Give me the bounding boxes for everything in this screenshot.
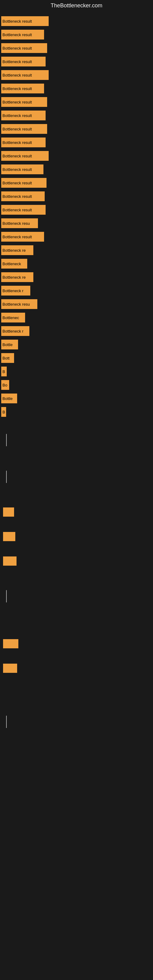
bar-label-9: Bottleneck result (2, 127, 32, 131)
result-bar-6: Bottleneck result (1, 84, 44, 94)
result-bar-10: Bottleneck result (1, 137, 46, 147)
bar-label-10: Bottleneck result (2, 140, 32, 145)
bar-row: Bottleneck result (0, 189, 153, 203)
bar-row: Bottleneck r (0, 324, 153, 338)
bar-row: Bottleneck re (0, 270, 153, 284)
bar-row: B (0, 365, 153, 378)
bar-label-26: Bott (2, 356, 10, 360)
site-title: TheBottlenecker.com (0, 0, 153, 11)
bar-row: Bottleneck result (0, 82, 153, 95)
cursor-line-2 (6, 471, 7, 483)
bar-row: Bottle (0, 392, 153, 405)
bar-label-4: Bottleneck result (2, 59, 32, 64)
result-bar-5: Bottleneck result (1, 70, 49, 80)
result-bar-27: B (1, 367, 7, 376)
result-bar-25: Bottle (1, 340, 18, 350)
result-bar-11: Bottleneck result (1, 151, 49, 161)
result-bar-3: Bottleneck result (1, 43, 47, 53)
small-bar-1 (3, 508, 14, 517)
bars-container: Bottleneck resultBottleneck resultBottle… (0, 11, 153, 422)
bar-row: Bottleneck result (0, 68, 153, 82)
bar-label-6: Bottleneck result (2, 86, 32, 91)
bar-label-11: Bottleneck result (2, 154, 32, 158)
bar-row: Bottleneck r (0, 284, 153, 298)
bar-label-20: Bottleneck re (2, 275, 26, 280)
cursor-line-3 (6, 590, 7, 602)
bar-row: Bottleneck result (0, 162, 153, 176)
bar-row: Bottleneck result (0, 122, 153, 136)
bar-row: Bottlenec (0, 311, 153, 324)
bar-label-17: Bottleneck result (2, 235, 32, 239)
bottom-section (0, 428, 153, 734)
result-bar-9: Bottleneck result (1, 124, 47, 134)
bar-row: Bottleneck re (0, 243, 153, 257)
bar-label-3: Bottleneck result (2, 46, 32, 51)
bar-row: Bottleneck result (0, 14, 153, 28)
bar-label-28: Bo (2, 383, 7, 387)
result-bar-20: Bottleneck re (1, 272, 33, 282)
small-bar-4 (3, 639, 18, 648)
small-bar-3 (3, 557, 16, 566)
bar-label-21: Bottleneck r (2, 288, 24, 293)
small-bar-5 (3, 663, 17, 673)
bar-label-15: Bottleneck result (2, 208, 32, 212)
bar-row: Bottleneck result (0, 41, 153, 55)
bar-row: Bottleneck result (0, 136, 153, 149)
result-bar-19: Bottleneck (1, 259, 27, 269)
bar-row: Bo (0, 378, 153, 392)
bar-row: Bottleneck resu (0, 216, 153, 230)
bar-row: Bottleneck result (0, 149, 153, 162)
result-bar-21: Bottleneck r (1, 286, 30, 296)
result-bar-18: Bottleneck re (1, 245, 33, 255)
result-bar-2: Bottleneck result (1, 30, 44, 40)
result-bar-29: Bottle (1, 393, 17, 403)
cursor-line-4 (6, 716, 7, 728)
result-bar-1: Bottleneck result (1, 16, 49, 26)
bar-label-5: Bottleneck result (2, 73, 32, 78)
bar-label-18: Bottleneck re (2, 248, 26, 253)
bar-label-23: Bottlenec (2, 315, 19, 320)
bar-label-29: Bottle (2, 396, 13, 401)
result-bar-30: B (1, 407, 6, 417)
bar-label-14: Bottleneck result (2, 194, 32, 199)
result-bar-24: Bottleneck r (1, 326, 29, 336)
bar-label-1: Bottleneck result (2, 19, 32, 24)
result-bar-8: Bottleneck result (1, 111, 46, 120)
result-bar-4: Bottleneck result (1, 57, 46, 67)
bar-row: Bottleneck resu (0, 298, 153, 311)
bar-label-13: Bottleneck result (2, 181, 32, 185)
bar-label-2: Bottleneck result (2, 32, 32, 37)
bar-row: Bottleneck result (0, 109, 153, 122)
bar-row: Bottleneck result (0, 176, 153, 189)
bar-label-30: B (2, 410, 5, 414)
bar-row: Bottleneck result (0, 203, 153, 216)
result-bar-26: Bott (1, 353, 14, 363)
bar-label-27: B (2, 369, 5, 374)
bar-row: Bottleneck result (0, 95, 153, 109)
bar-row: Bottleneck result (0, 55, 153, 68)
bar-row: Bottleneck (0, 257, 153, 270)
bar-label-24: Bottleneck r (2, 329, 24, 334)
bar-label-7: Bottleneck result (2, 100, 32, 105)
result-bar-15: Bottleneck result (1, 205, 46, 215)
bar-label-22: Bottleneck resu (2, 302, 30, 307)
bar-row: Bott (0, 351, 153, 365)
result-bar-13: Bottleneck result (1, 178, 46, 188)
bar-label-19: Bottleneck (2, 261, 21, 266)
bar-label-16: Bottleneck resu (2, 221, 30, 226)
bar-row: Bottleneck result (0, 28, 153, 41)
bar-row: Bottleneck result (0, 230, 153, 243)
bar-row: Bottle (0, 338, 153, 351)
cursor-line-1 (6, 434, 7, 446)
result-bar-22: Bottleneck resu (1, 299, 37, 309)
result-bar-12: Bottleneck result (1, 164, 43, 174)
result-bar-23: Bottlenec (1, 313, 25, 323)
bar-label-25: Bottle (2, 342, 13, 347)
small-bar-2 (3, 532, 15, 541)
result-bar-14: Bottleneck result (1, 191, 45, 201)
result-bar-17: Bottleneck result (1, 232, 44, 242)
result-bar-16: Bottleneck resu (1, 218, 38, 228)
result-bar-7: Bottleneck result (1, 97, 47, 107)
bar-row: B (0, 405, 153, 418)
bar-label-12: Bottleneck result (2, 167, 32, 172)
